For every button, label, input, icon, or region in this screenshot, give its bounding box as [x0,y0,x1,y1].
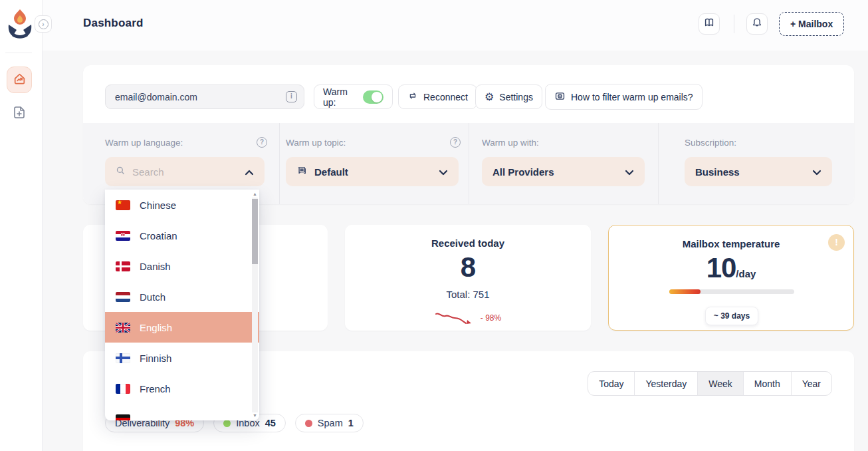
language-option-finnish[interactable]: Finnish [105,343,251,373]
downtrend-sparkline-icon [435,309,477,327]
trend-row: - 98% [345,309,591,327]
spam-label: Spam [318,418,343,428]
language-option-danish[interactable]: Danish [105,251,251,281]
bell-icon [751,17,763,31]
language-list: Chinese Croatian Danish Dutch English [105,190,251,420]
campfire-logo-icon[interactable] [6,7,34,40]
language-option-chinese[interactable]: Chinese [105,190,251,220]
change-percent: - 98% [481,313,501,323]
topic-select[interactable]: Default [286,157,459,186]
inbox-value: 45 [265,418,276,428]
flag-cn-icon [116,200,130,210]
page-title: Dashboard [83,17,144,30]
chevron-up-icon [245,166,254,178]
reconnect-label: Reconnect [423,92,468,102]
gear-icon: ⚙ [485,92,494,102]
flag-hr-icon [116,231,130,241]
subscription-label: Subscription: [685,138,736,148]
provider-label: Warm up with: [482,138,539,148]
red-dot-icon [305,420,312,427]
search-icon [116,166,126,178]
chevron-down-icon [439,166,448,178]
provider-select[interactable]: All Providers [482,157,645,186]
tab-year[interactable]: Year [791,372,831,395]
time-range-tabs: Today Yesterday Week Month Year [588,371,832,396]
mailbox-temperature-card: Mailbox temperature ! 10/day ~ 39 days [608,225,854,331]
temperature-progressbar [669,289,794,294]
video-tutorial-icon [554,90,566,104]
sidebar-item-add-mailbox[interactable] [10,104,29,123]
header-divider [734,15,734,33]
settings-label: Settings [499,92,533,102]
language-select[interactable] [105,157,265,186]
notifications-button[interactable] [746,13,768,35]
filter-help-button[interactable]: How to filter warm up emails? [545,84,703,110]
email-input[interactable] [105,84,304,109]
scroll-down-arrow[interactable]: ▼ [251,412,259,419]
subscription-select[interactable]: Business [685,157,832,186]
tab-yesterday[interactable]: Yesterday [634,372,697,395]
chevron-right-icon: › [39,19,49,29]
spam-badge[interactable]: Spam 1 [295,414,364,432]
header: Dashboard + Mailbox [43,0,868,51]
received-today-title: Received today [345,237,591,249]
toggle-knob [372,92,382,102]
provider-value: All Providers [492,166,554,178]
flag-fi-icon [116,353,130,363]
home-chart-icon [13,72,27,88]
flag-nl-icon [116,292,130,302]
received-today-value: 8 [345,251,591,283]
topic-label: Warm up topic: [286,138,346,148]
flag-fr-icon [116,384,130,394]
sidebar-collapse-button[interactable]: › [35,15,52,33]
warmup-toggle-chip: Warm up: [314,84,393,109]
sidebar-divider [5,53,32,53]
flag-gb-icon [116,323,130,333]
temperature-unit: /day [736,268,756,279]
tab-week[interactable]: Week [697,372,743,395]
filter-help-label: How to filter warm up emails? [571,92,693,102]
language-label: Warm up language: [105,138,183,148]
scrollbar-thumb[interactable] [252,199,258,264]
sidebar-item-dashboard[interactable] [7,67,32,93]
language-option-dutch[interactable]: Dutch [105,281,251,312]
scroll-up-arrow[interactable]: ▲ [251,191,259,198]
language-dropdown-panel: Chinese Croatian Danish Dutch English [105,190,259,420]
spam-value: 1 [348,418,354,428]
warmup-label: Warm up: [323,86,358,108]
file-plus-icon [11,104,27,123]
received-total: Total: 751 [345,289,591,300]
subscription-value: Business [695,166,740,178]
tab-month[interactable]: Month [743,372,791,395]
temperature-progress-fill [669,289,701,294]
chat-icon [296,165,308,178]
language-option-german-partial[interactable] [105,404,251,420]
flag-de-icon [116,414,130,421]
add-mailbox-button[interactable]: + Mailbox [779,12,844,36]
received-today-card: Received today 8 Total: 751 - 98% [345,225,591,331]
tab-today[interactable]: Today [588,372,634,395]
mailbox-settings-card: i Warm up: Reconnect ⚙ Settings How to f… [83,65,854,204]
docs-button[interactable] [699,13,720,35]
chevron-down-icon [812,166,821,178]
dropdown-scrollbar[interactable]: ▲ ▼ [251,191,259,419]
reconnect-button[interactable]: Reconnect [398,84,477,109]
language-option-croatian[interactable]: Croatian [105,220,251,251]
info-icon[interactable]: i [286,91,297,102]
flag-dk-icon [116,261,130,271]
refresh-icon [407,90,418,103]
settings-button[interactable]: ⚙ Settings [475,84,542,109]
language-help-icon[interactable]: ? [257,137,267,148]
language-search-input[interactable] [132,166,219,178]
warmup-toggle[interactable] [363,90,383,104]
warning-info-icon[interactable]: ! [828,234,845,251]
mailbox-temperature-title: Mailbox temperature [609,238,853,249]
topic-help-icon[interactable]: ? [450,137,461,148]
topic-value: Default [314,166,348,178]
days-remaining-chip: ~ 39 days [705,307,758,325]
dashboard-page: Dashboard + Mailbox i Warm up: Reconnect [0,0,868,451]
sidebar [0,0,43,451]
chevron-down-icon [625,166,634,178]
language-option-english[interactable]: English [105,312,259,343]
language-option-french[interactable]: French [105,373,251,404]
